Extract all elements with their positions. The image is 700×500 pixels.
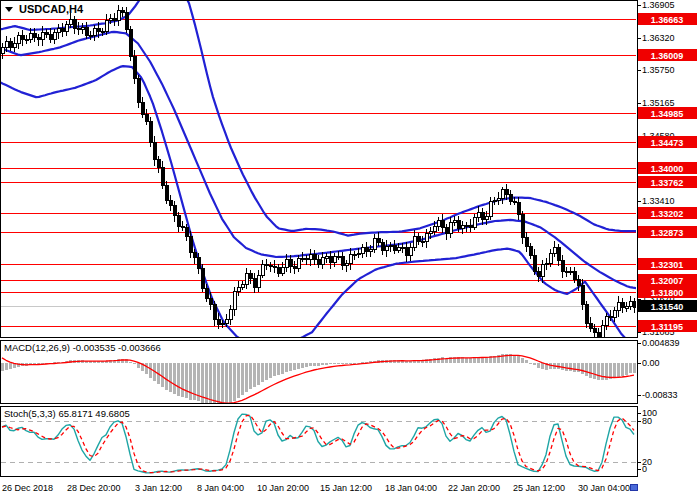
svg-text:1.31800: 1.31800 xyxy=(651,288,684,298)
symbol-timeframe-label: USDCAD,H4 xyxy=(5,3,83,15)
svg-text:1.34473: 1.34473 xyxy=(651,138,684,148)
panel-frames xyxy=(1,1,638,477)
svg-text:1.33762: 1.33762 xyxy=(651,178,684,188)
svg-text:26 Dec 2018: 26 Dec 2018 xyxy=(2,483,53,493)
time-axis: 26 Dec 201828 Dec 20:003 Jan 12:008 Jan … xyxy=(2,483,630,493)
svg-text:1.31540: 1.31540 xyxy=(651,302,684,312)
svg-text:1.36663: 1.36663 xyxy=(651,15,684,25)
svg-text:28 Dec 20:00: 28 Dec 20:00 xyxy=(67,483,121,493)
svg-text:25 Jan 12:00: 25 Jan 12:00 xyxy=(513,483,565,493)
svg-text:0.004839: 0.004839 xyxy=(642,338,680,348)
svg-text:1.36009: 1.36009 xyxy=(651,51,684,61)
svg-text:1.32873: 1.32873 xyxy=(651,228,684,238)
stoch-label-text: Stoch(5,3,3) xyxy=(4,408,56,419)
svg-text:1.33410: 1.33410 xyxy=(642,196,675,206)
svg-text:1.34985: 1.34985 xyxy=(651,109,684,119)
svg-text:1.35165: 1.35165 xyxy=(642,98,675,108)
svg-text:1.31195: 1.31195 xyxy=(651,322,683,332)
svg-text:18 Jan 04:00: 18 Jan 04:00 xyxy=(385,483,437,493)
svg-text:30 Jan 04:00: 30 Jan 04:00 xyxy=(578,483,630,493)
scrollbar-thumb[interactable] xyxy=(631,485,638,491)
svg-text:1.35750: 1.35750 xyxy=(642,65,675,75)
svg-text:0.00: 0.00 xyxy=(642,358,660,368)
svg-text:1.33202: 1.33202 xyxy=(651,209,684,219)
macd-label-text: MACD(12,26,9) xyxy=(4,342,70,353)
svg-text:3 Jan 12:00: 3 Jan 12:00 xyxy=(135,483,182,493)
symbol-dropdown-icon[interactable] xyxy=(5,7,13,12)
trading-chart-window: 1.369051.363201.357501.351651.345801.334… xyxy=(0,0,700,500)
svg-text:1.36905: 1.36905 xyxy=(642,0,675,10)
svg-text:1.32007: 1.32007 xyxy=(651,276,684,286)
svg-text:10 Jan 20:00: 10 Jan 20:00 xyxy=(257,483,309,493)
svg-text:8 Jan 04:00: 8 Jan 04:00 xyxy=(197,483,244,493)
macd-values-text: -0.003535 -0.003666 xyxy=(73,342,161,353)
price-chart-canvas[interactable]: 1.369051.363201.357501.351651.345801.334… xyxy=(0,0,700,500)
svg-text:22 Jan 20:00: 22 Jan 20:00 xyxy=(448,483,500,493)
macd-indicator-label: MACD(12,26,9) -0.003535 -0.003666 xyxy=(4,342,161,353)
svg-text:1.36320: 1.36320 xyxy=(642,33,675,43)
svg-text:1.32301: 1.32301 xyxy=(651,260,684,270)
svg-text:80: 80 xyxy=(642,416,652,426)
symbol-label-text: USDCAD,H4 xyxy=(19,3,83,15)
price-axis: 1.369051.363201.357501.351651.345801.334… xyxy=(638,0,698,474)
svg-text:-0.00833: -0.00833 xyxy=(642,390,678,400)
stoch-values-text: 65.8171 49.6805 xyxy=(58,408,129,419)
svg-text:1.34000: 1.34000 xyxy=(651,164,684,174)
svg-text:15 Jan 12:00: 15 Jan 12:00 xyxy=(320,483,372,493)
stoch-indicator-label: Stoch(5,3,3) 65.8171 49.6805 xyxy=(4,408,130,419)
svg-text:0: 0 xyxy=(642,464,647,474)
